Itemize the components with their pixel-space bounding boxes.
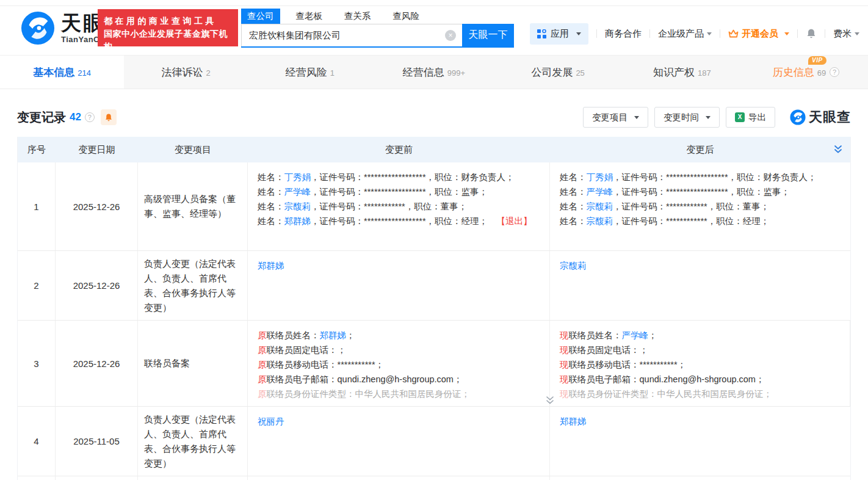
vip-badge: VIP [808,56,826,65]
tab-operation-risk[interactable]: 经营风险 1 [248,56,372,89]
entity-link[interactable]: 宗馥莉 [284,202,311,211]
entity-link[interactable]: 郑群娣 [320,330,347,340]
tab-label: 经营风险 [286,65,327,79]
clear-icon[interactable]: × [445,30,456,41]
expand-row-icon[interactable] [545,396,555,405]
tab-intellectual-property[interactable]: 知识产权 187 [620,56,744,89]
plain-text: 联络员姓名： [267,330,320,340]
tab-business-info[interactable]: 经营信息 999+ [372,56,496,89]
plain-text: ，证件号码：************，职位：经理； [613,216,769,226]
top-bar: 天眼查 TianYanCha.com 都在用的商业查询工具 国家中小企业发展子基… [0,0,868,55]
change-line: 原联络员固定电话：； [258,343,540,357]
change-item-text: 高级管理人员备案（董事、监事、经理等） [144,192,239,221]
nav-cooperation[interactable]: 商务合作 [605,28,642,40]
tab-label: 历史信息 [773,67,814,78]
entity-link[interactable]: 宗馥莉 [560,261,587,271]
nav-enterprise[interactable]: 企业级产品 [658,28,712,40]
change-before: 祝丽丹 [248,407,550,476]
entity-link[interactable]: 丁秀娟 [587,172,613,182]
search-tab-company[interactable]: 查公司 [241,9,280,24]
plain-text: ，证件号码：******************，职位：监事； [311,187,488,197]
tab-legal[interactable]: 法律诉讼 2 [124,56,248,89]
search-area: 查公司 查老板 查关系 查风险 × 天眼一下 [241,9,514,48]
plain-text: 姓名： [258,202,284,211]
tab-basic-info[interactable]: 基本信息 214 [0,56,124,89]
red-text: 现 [560,345,569,355]
tianyancha-logo-icon [21,11,55,45]
tab-count: 25 [576,68,584,78]
col-header-item: 变更项目 [138,144,248,156]
plain-text: 联络员固定电话：； [267,345,347,355]
red-text: 现 [560,360,569,369]
collapse-all-icon[interactable] [833,145,843,155]
change-before: 原联络员姓名：郑群娣；原联络员固定电话：；原联络员移动电话：**********… [248,321,550,406]
change-after: 郑群娣 [550,407,850,476]
search-button[interactable]: 天眼一下 [462,24,514,46]
change-line: 姓名：郑群娣，证件号码：******************，职位：经理； 【退… [258,214,540,228]
entity-link[interactable]: 郑群娣 [284,216,311,226]
subscribe-bell-button[interactable] [101,109,117,125]
table-row-partial [18,476,850,480]
entity-link[interactable]: 宗馥莉 [587,202,613,211]
partial-cell [18,476,56,480]
tab-label: 公司发展 [531,65,573,79]
plain-text: 联络员身份证件类型：中华人民共和国居民身份证； [267,389,471,399]
search-box: × 天眼一下 [241,24,514,48]
entity-link[interactable]: 严学峰 [622,330,649,340]
row-index: 3 [18,321,56,406]
help-icon[interactable]: ? [830,67,839,77]
export-label: 导出 [748,112,766,123]
entity-link[interactable]: 郑群娣 [560,416,587,426]
export-button[interactable]: X 导出 [726,107,775,128]
watermark-logo: 天眼查 [790,108,851,126]
username: 费米 [833,28,852,40]
notification-bell-icon[interactable] [806,28,817,39]
plain-text: 姓名： [258,216,284,226]
tab-count: 999+ [447,68,465,78]
filter-change-item-button[interactable]: 变更项目 [583,107,648,128]
nav-user[interactable]: 费米 [833,28,859,40]
tab-company-development[interactable]: 公司发展 25 [496,56,620,89]
entity-link[interactable]: 郑群娣 [258,261,284,271]
search-input[interactable] [241,24,462,46]
chevron-down-icon [706,116,711,119]
entity-link[interactable]: 宗馥莉 [587,216,613,226]
table-body: 12025-12-26高级管理人员备案（董事、监事、经理等）姓名：丁秀娟，证件号… [18,162,850,480]
search-tab-relation[interactable]: 查关系 [338,9,377,24]
partial-cell [248,476,550,480]
plain-text: 联络员电子邮箱：qundi.zheng@h-shgroup.com； [267,374,463,384]
change-line: 现联络员固定电话：； [560,343,840,357]
change-record-table: 序号 变更日期 变更项目 变更前 变更后 12025-12-26高级管理人员备案… [17,137,851,480]
help-icon[interactable]: ? [85,112,95,122]
change-date: 2025-12-26 [56,162,138,250]
red-text: 现 [560,389,569,399]
chevron-down-icon [855,32,859,35]
row-index: 2 [18,251,56,320]
nav-open-vip[interactable]: 开通会员 [728,28,789,40]
entity-link[interactable]: 祝丽丹 [258,416,284,426]
search-tab-risk[interactable]: 查风险 [387,9,426,24]
search-input-wrap: × [241,24,462,46]
banner-line1: 都在用的商业查询工具 [104,15,232,27]
plain-text: 联络员身份证件类型：中华人民共和国居民身份证； [569,389,773,399]
entity-link[interactable]: 丁秀娟 [284,172,311,182]
col-header-index: 序号 [18,144,56,156]
filter-label: 变更项目 [592,112,627,123]
plain-text: ，证件号码：************，职位：董事； [311,202,467,211]
filter-change-time-button[interactable]: 变更时间 [654,107,720,128]
banner-line2: 国家中小企业发展子基金旗下机构 [104,27,232,53]
tab-history-info[interactable]: 历史信息 VIP 69 ? [744,56,868,89]
entity-link[interactable]: 严学峰 [284,187,311,197]
tab-label: 法律诉讼 [162,65,203,79]
promo-banner: 都在用的商业查询工具 国家中小企业发展子基金旗下机构 [98,9,238,46]
plain-text: ，证件号码：******************，职位：监事； [613,187,790,197]
apps-menu[interactable]: 应用 [530,23,588,45]
tab-count: 214 [78,68,91,78]
row-index: 4 [18,407,56,476]
section-actions: 变更项目 变更时间 X 导出 天眼查 [583,107,851,128]
tab-label: 知识产权 [653,65,695,79]
entity-link[interactable]: 严学峰 [587,187,613,197]
plain-text: 姓名： [560,172,587,182]
top-nav: 应用 商务合作 企业级产品 开通会员 费米 [530,22,859,45]
search-tab-boss[interactable]: 查老板 [290,9,329,24]
